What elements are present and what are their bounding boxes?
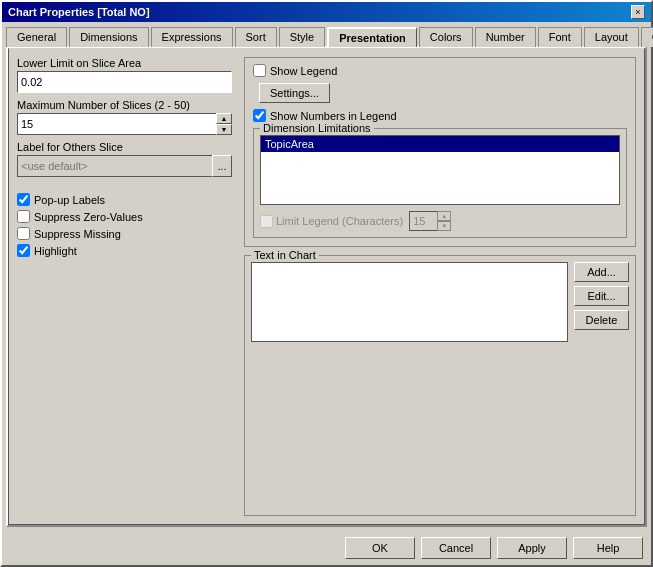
main-window: Chart Properties [Total NO] × General Di… — [0, 0, 653, 567]
text-in-chart-title: Text in Chart — [251, 249, 319, 261]
others-input-container: ... — [17, 155, 232, 177]
lower-limit-label: Lower Limit on Slice Area — [17, 57, 232, 69]
settings-button[interactable]: Settings... — [259, 83, 330, 103]
highlight-label: Highlight — [34, 245, 77, 257]
tab-presentation[interactable]: Presentation — [327, 27, 417, 47]
tab-expressions[interactable]: Expressions — [151, 27, 233, 47]
browse-button[interactable]: ... — [212, 155, 232, 177]
edit-button[interactable]: Edit... — [574, 286, 629, 306]
right-panel: Show Legend Settings... Show Numbers in … — [244, 57, 636, 516]
max-slices-input[interactable] — [17, 113, 216, 135]
tab-layout[interactable]: Layout — [584, 27, 639, 47]
limit-legend-row: Limit Legend (Characters) ▲ ▼ — [260, 211, 620, 231]
popup-labels-row: Pop-up Labels — [17, 193, 232, 206]
ok-button[interactable]: OK — [345, 537, 415, 559]
suppress-zero-checkbox[interactable] — [17, 210, 30, 223]
limit-spinner-down[interactable]: ▼ — [437, 221, 451, 231]
show-legend-row: Show Legend — [253, 64, 627, 77]
suppress-zero-label: Suppress Zero-Values — [34, 211, 143, 223]
max-slices-group: Maximum Number of Slices (2 - 50) ▲ ▼ — [17, 99, 232, 135]
tab-colors[interactable]: Colors — [419, 27, 473, 47]
help-button[interactable]: Help — [573, 537, 643, 559]
show-legend-checkbox[interactable] — [253, 64, 266, 77]
max-slices-spinner-buttons: ▲ ▼ — [216, 113, 232, 135]
tab-style[interactable]: Style — [279, 27, 325, 47]
suppress-missing-row: Suppress Missing — [17, 227, 232, 240]
checkboxes-group: Pop-up Labels Suppress Zero-Values Suppr… — [17, 189, 232, 257]
tab-inner: Lower Limit on Slice Area Maximum Number… — [8, 48, 645, 525]
window-title: Chart Properties [Total NO] — [8, 6, 150, 18]
limit-legend-check: Limit Legend (Characters) — [260, 215, 403, 228]
apply-button[interactable]: Apply — [497, 537, 567, 559]
suppress-missing-checkbox[interactable] — [17, 227, 30, 240]
spinner-down[interactable]: ▼ — [216, 124, 232, 135]
text-chart-inner: Add... Edit... Delete — [251, 262, 629, 509]
suppress-missing-label: Suppress Missing — [34, 228, 121, 240]
suppress-zero-row: Suppress Zero-Values — [17, 210, 232, 223]
others-slice-label: Label for Others Slice — [17, 141, 232, 153]
max-slices-spinner: ▲ ▼ — [17, 113, 232, 135]
show-numbers-row: Show Numbers in Legend — [253, 109, 627, 122]
tab-content: Lower Limit on Slice Area Maximum Number… — [6, 46, 647, 527]
highlight-row: Highlight — [17, 244, 232, 257]
dim-list-item[interactable]: TopicArea — [261, 136, 619, 152]
show-numbers-label: Show Numbers in Legend — [270, 110, 397, 122]
tab-dimensions[interactable]: Dimensions — [69, 27, 148, 47]
text-in-chart-group: Text in Chart Add... Edit... Delete — [244, 255, 636, 516]
limit-spinner: ▲ ▼ — [409, 211, 451, 231]
tab-font[interactable]: Font — [538, 27, 582, 47]
spinner-up[interactable]: ▲ — [216, 113, 232, 124]
others-slice-group: Label for Others Slice ... — [17, 141, 232, 177]
lower-limit-group: Lower Limit on Slice Area — [17, 57, 232, 93]
tabs-bar: General Dimensions Expressions Sort Styl… — [2, 22, 651, 46]
popup-labels-checkbox[interactable] — [17, 193, 30, 206]
show-legend-group: Show Legend Settings... Show Numbers in … — [244, 57, 636, 247]
limit-legend-label: Limit Legend (Characters) — [276, 215, 403, 227]
limit-spinner-up[interactable]: ▲ — [437, 211, 451, 221]
add-button[interactable]: Add... — [574, 262, 629, 282]
close-button[interactable]: × — [631, 5, 645, 19]
others-input[interactable] — [17, 155, 212, 177]
max-slices-label: Maximum Number of Slices (2 - 50) — [17, 99, 232, 111]
text-chart-list[interactable] — [251, 262, 568, 342]
dim-list[interactable]: TopicArea — [260, 135, 620, 205]
popup-labels-label: Pop-up Labels — [34, 194, 105, 206]
dim-limitations-title: Dimension Limitations — [260, 122, 374, 134]
tab-general[interactable]: General — [6, 27, 67, 47]
limit-spinner-buttons: ▲ ▼ — [437, 211, 451, 231]
bottom-bar: OK Cancel Apply Help — [2, 531, 651, 565]
highlight-checkbox[interactable] — [17, 244, 30, 257]
text-chart-buttons: Add... Edit... Delete — [574, 262, 629, 509]
tab-number[interactable]: Number — [475, 27, 536, 47]
limit-spinner-input[interactable] — [409, 211, 437, 231]
title-bar: Chart Properties [Total NO] × — [2, 2, 651, 22]
tab-caption[interactable]: Caption — [641, 27, 653, 47]
dim-limitations-group: Dimension Limitations TopicArea Limit Le… — [253, 128, 627, 238]
lower-limit-input[interactable] — [17, 71, 232, 93]
show-numbers-checkbox[interactable] — [253, 109, 266, 122]
tab-sort[interactable]: Sort — [235, 27, 277, 47]
limit-legend-checkbox[interactable] — [260, 215, 273, 228]
show-legend-label: Show Legend — [270, 65, 337, 77]
cancel-button[interactable]: Cancel — [421, 537, 491, 559]
left-panel: Lower Limit on Slice Area Maximum Number… — [17, 57, 232, 516]
delete-button[interactable]: Delete — [574, 310, 629, 330]
